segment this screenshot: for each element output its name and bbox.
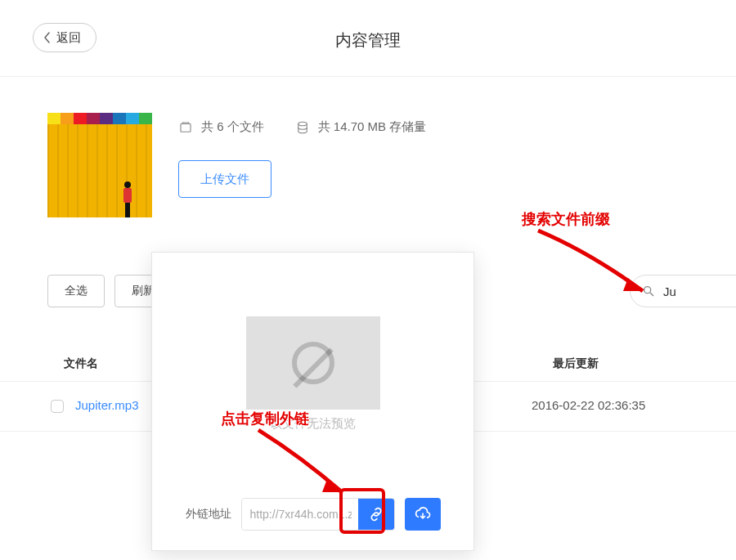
file-updated-cell: 2016-02-22 02:36:35 [532,398,645,412]
preview-box [246,316,380,410]
annotation-copy-link: 点击复制外链 [221,409,309,428]
bucket-thumbnail [47,113,152,217]
file-detail-popover: 该文件无法预览 外链地址 [151,252,474,551]
row-checkbox[interactable] [51,400,64,413]
annotation-search-prefix: 搜索文件前缀 [522,209,610,229]
search-field[interactable] [630,275,736,307]
info-area: 共 6 个文件 共 14.70 MB 存储量 上传文件 [0,77,736,137]
annotation-highlight-box [339,488,385,534]
back-button[interactable]: 返回 [33,23,96,52]
svg-line-3 [650,293,653,296]
files-icon [178,120,193,135]
svg-rect-0 [181,123,191,132]
chevron-left-icon [43,32,52,43]
no-preview-icon [292,342,334,384]
svg-point-1 [298,122,307,126]
download-button[interactable] [405,498,441,531]
external-link-label: 外链地址 [186,507,231,522]
external-link-row: 外链地址 [152,498,473,531]
storage-text: 共 14.70 MB 存储量 [318,119,427,135]
file-count-text: 共 6 个文件 [201,119,264,135]
search-icon [642,284,655,298]
storage-stat: 共 14.70 MB 存储量 [295,119,427,135]
file-count-stat: 共 6 个文件 [178,119,264,135]
file-name-link[interactable]: Jupiter.mp3 [75,398,139,412]
page-title: 内容管理 [335,29,401,52]
upload-button[interactable]: 上传文件 [178,160,272,198]
search-input[interactable] [663,284,736,298]
col-header-name: 文件名 [64,356,98,371]
svg-point-2 [644,287,651,293]
stats-row: 共 6 个文件 共 14.70 MB 存储量 [178,119,426,135]
database-icon [295,120,310,135]
back-button-label: 返回 [56,30,81,46]
col-header-updated: 最后更新 [553,356,599,371]
header: 返回 内容管理 [0,0,736,77]
no-preview-text: 该文件无法预览 [152,416,473,432]
select-all-button[interactable]: 全选 [47,275,105,307]
cloud-download-icon [415,506,431,522]
